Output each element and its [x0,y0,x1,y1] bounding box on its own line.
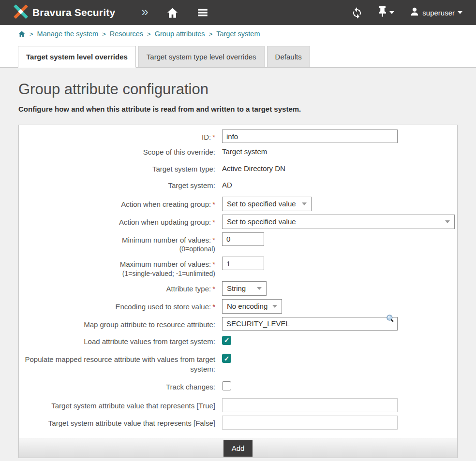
field-row-populate-mapped: Populate mapped resource attribute with … [19,352,452,374]
field-row-load-values: Load attribute values from target system… [19,334,452,346]
breadcrumb-link-manage-the-system[interactable]: Manage the system [37,30,99,38]
min-values-input[interactable] [222,232,264,246]
tab-bar: Target system level overrides Target sys… [0,41,476,68]
map-attribute-input[interactable] [222,317,398,331]
field-row-action-when-updating: Action when updating group:* Set to spec… [19,215,452,229]
search-icon[interactable] [386,314,395,325]
field-row-false-value: Target system attribute value that repre… [19,416,452,430]
field-label: ID: [202,133,211,141]
field-label: Target system type: [152,165,215,173]
field-hint: (0=optional) [19,245,215,253]
field-label: Target system attribute value that repre… [51,402,215,410]
chevron-down-icon [272,305,277,308]
tab-target-system-type-level-overrides[interactable]: Target system type level overrides [138,46,265,67]
field-label: Minimum number of values: [122,236,211,244]
field-row-map-attribute: Map group attribute to resource attribut… [19,317,452,331]
user-menu[interactable]: superuser [410,7,462,18]
true-value-input[interactable] [222,398,398,412]
field-row-target-system: Target system: AD [19,180,452,190]
track-changes-checkbox[interactable] [222,381,231,390]
field-label: Populate mapped resource attribute with … [25,355,215,373]
field-row-attribute-type: Attribute type:* String [19,281,452,296]
breadcrumb-separator: > [102,30,106,38]
field-row-id: ID:* [19,130,452,143]
load-values-checkbox[interactable] [222,336,231,345]
breadcrumb-separator: > [30,30,33,38]
field-row-max-values: Maximum number of values:*(1=single-valu… [19,257,452,278]
refresh-icon[interactable] [351,7,363,18]
top-navbar: Bravura Security » superuser [0,0,476,25]
bravura-pinwheel-icon [14,4,28,21]
field-label: Action when updating group: [119,218,211,226]
max-values-input[interactable] [222,257,264,270]
required-marker: * [212,236,215,244]
field-label: Attribute type: [166,285,211,293]
form-panel: ID:* Scope of this override: Target syst… [18,125,458,458]
required-marker: * [212,200,215,208]
target-system-value: AD [222,180,232,189]
scope-value: Target system [222,146,267,156]
field-label: Load attribute values from target system… [84,337,215,346]
breadcrumb-separator: > [209,30,213,38]
field-row-true-value: Target system attribute value that repre… [19,398,452,412]
required-marker: * [212,218,215,226]
user-icon [410,7,419,18]
field-row-target-system-type: Target system type: Active Directory DN [19,163,452,174]
pin-icon [378,6,387,19]
form-footer: Add [19,438,457,458]
breadcrumb-link-resources[interactable]: Resources [110,30,143,38]
chevron-down-icon [302,202,307,205]
page-title: Group attribute configuration [18,81,458,98]
field-label: Maximum number of values: [120,260,211,268]
brand-logo[interactable]: Bravura Security [14,4,115,21]
field-row-action-when-creating: Action when creating group:* Set to spec… [19,197,452,211]
user-name: superuser [422,9,455,17]
field-row-min-values: Minimum number of values:*(0=optional) [19,232,452,254]
action-create-select[interactable]: Set to specified value [222,197,312,211]
required-marker: * [212,260,215,268]
false-value-input[interactable] [222,416,398,430]
action-update-select[interactable]: Set to specified value [222,215,455,229]
encoding-select[interactable]: No encoding [222,299,282,314]
home-icon[interactable] [166,6,179,19]
field-label: Target system attribute value that repre… [48,419,215,427]
chevron-down-icon [458,11,462,14]
double-chevron-icon[interactable]: » [141,5,148,20]
field-row-scope: Scope of this override: Target system [19,146,452,157]
target-system-type-value: Active Directory DN [222,163,285,173]
tab-defaults[interactable]: Defaults [267,46,310,67]
add-button[interactable]: Add [223,440,253,457]
field-label: Action when creating group: [121,200,211,208]
field-row-encoding: Encoding used to store value:* No encodi… [19,299,452,314]
populate-mapped-checkbox[interactable] [222,354,231,363]
required-marker: * [212,285,215,293]
id-input[interactable] [222,130,398,143]
field-hint: (1=single-valued; -1=unlimited) [19,269,215,278]
breadcrumb-link-group-attributes[interactable]: Group attributes [155,30,205,38]
brand-name: Bravura Security [32,7,115,18]
field-label: Target system: [168,181,215,189]
chevron-down-icon [257,287,262,290]
field-label: Scope of this override: [143,148,215,156]
page-subtitle: Configure how and when this attribute is… [18,105,458,113]
hamburger-menu-icon[interactable] [196,6,209,19]
field-label: Track changes: [166,383,215,391]
attribute-type-select[interactable]: String [222,281,267,296]
required-marker: * [212,303,215,311]
tab-target-system-level-overrides[interactable]: Target system level overrides [18,46,136,68]
chevron-down-icon [389,11,394,14]
breadcrumb-link-target-system[interactable]: Target system [216,30,260,38]
breadcrumb-home-icon[interactable] [18,30,26,38]
pin-menu[interactable] [378,6,394,19]
chevron-down-icon [445,220,450,223]
field-label: Map group attribute to resource attribut… [84,320,215,329]
required-marker: * [212,133,215,141]
breadcrumb: > Manage the system > Resources > Group … [0,25,476,41]
field-row-track-changes: Track changes: [19,379,452,392]
field-label: Encoding used to store value: [116,303,211,311]
breadcrumb-separator: > [147,30,151,38]
